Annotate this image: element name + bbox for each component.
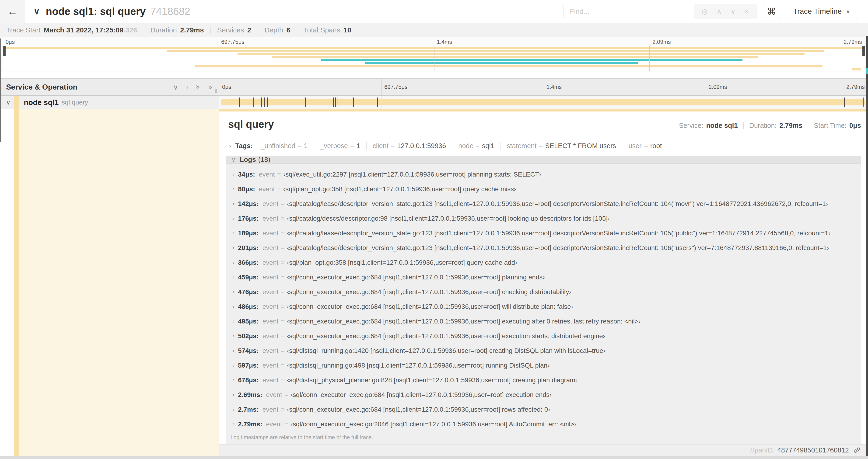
span-service-name[interactable]: node sql1 bbox=[24, 98, 59, 107]
span-collapse-icon[interactable]: ∨ bbox=[6, 99, 10, 106]
log-row[interactable]: ›502μs:event=‹sql/conn_executor_exec.go:… bbox=[229, 329, 861, 343]
expand-all-icon[interactable]: » bbox=[208, 83, 212, 91]
span-row-label[interactable]: ∨ node sql1 sql query bbox=[0, 96, 219, 109]
tag-item[interactable]: node=sql1 bbox=[452, 142, 500, 150]
chevron-right-icon: › bbox=[229, 143, 231, 149]
minimap-span[interactable] bbox=[195, 65, 823, 67]
log-row[interactable]: ›142μs:event=‹sql/catalog/lease/descript… bbox=[229, 196, 861, 211]
log-timestamp: 176μs: bbox=[238, 215, 259, 222]
log-row[interactable]: ›574μs:event=‹sql/distsql_running.go:142… bbox=[229, 343, 861, 358]
summary-label: Services bbox=[217, 26, 244, 34]
minimap-span[interactable] bbox=[365, 62, 638, 64]
logs-header[interactable]: ∨ Logs (18) bbox=[226, 156, 861, 164]
tag-item[interactable]: _verbose=1 bbox=[314, 142, 366, 150]
right-scrollbar[interactable] bbox=[866, 36, 868, 456]
log-row[interactable]: ›495μs:event=‹sql/conn_executor_exec.go:… bbox=[229, 314, 861, 329]
equals-sign: = bbox=[298, 142, 302, 150]
timeline-ruler: 0μs697.75μs1.4ms2.09ms2.79ms bbox=[219, 78, 868, 95]
separator bbox=[808, 123, 808, 129]
log-field-key: event bbox=[262, 406, 279, 413]
view-selector-button[interactable]: Trace Timeline ∨ bbox=[786, 4, 857, 19]
tag-key: user bbox=[628, 142, 642, 150]
summary-value: March 31 2022, 17:25:09 bbox=[43, 26, 123, 34]
log-row[interactable]: ›2.69ms:event=‹sql/conn_executor_exec.go… bbox=[229, 387, 861, 402]
summary-value-suffix: .326 bbox=[123, 26, 137, 34]
column-resizer-icon[interactable]: ‖ bbox=[215, 88, 217, 94]
axis-label: 697.75μs bbox=[221, 39, 244, 45]
log-tick bbox=[327, 97, 328, 107]
chevron-right-icon: › bbox=[229, 377, 238, 383]
log-field-key: event bbox=[262, 230, 279, 237]
minimap-span[interactable] bbox=[238, 53, 804, 55]
log-row[interactable]: ›597μs:event=‹sql/distsql_running.go:498… bbox=[229, 358, 861, 373]
minimap-right-scrubber[interactable] bbox=[862, 46, 865, 56]
tags-row[interactable]: › Tags: _unfinished=1_verbose=1client=12… bbox=[219, 137, 866, 150]
minimap-span[interactable] bbox=[167, 50, 824, 52]
log-tick bbox=[331, 97, 331, 107]
clear-find-icon[interactable]: × bbox=[745, 7, 749, 15]
log-row[interactable]: ›189μs:event=‹sql/catalog/lease/descript… bbox=[229, 226, 861, 240]
back-button[interactable]: ← bbox=[0, 0, 25, 23]
tag-key: statement bbox=[507, 142, 536, 150]
trace-collapse-icon[interactable]: ∨ bbox=[34, 6, 40, 16]
log-row[interactable]: ›366μs:event=‹sql/plan_opt.go:358 [nsql1… bbox=[229, 255, 861, 270]
prev-match-icon[interactable]: ∧ bbox=[717, 7, 722, 15]
log-tick bbox=[265, 97, 265, 107]
log-row[interactable]: ›459μs:event=‹sql/conn_executor_exec.go:… bbox=[229, 270, 861, 285]
log-timestamp: 495μs: bbox=[238, 318, 259, 325]
log-row[interactable]: ›2.79ms:event=‹sql/conn_executor_exec.go… bbox=[229, 417, 861, 431]
minimap-span[interactable] bbox=[852, 68, 862, 70]
gridline bbox=[706, 96, 706, 109]
log-field-key: event bbox=[262, 318, 279, 325]
gridline bbox=[544, 96, 544, 109]
span-detail-row: sql query Service: node sql1 Duration: 2… bbox=[0, 109, 868, 456]
log-row[interactable]: ›34μs:event=‹sql/exec_util.go:2297 [nsql… bbox=[229, 167, 861, 182]
log-timestamp: 2.69ms: bbox=[238, 391, 262, 399]
tag-value: SELECT * FROM users bbox=[545, 142, 616, 150]
minimap-span[interactable] bbox=[272, 56, 758, 58]
detail-span-strip bbox=[219, 109, 866, 111]
log-field-key: event bbox=[262, 215, 279, 222]
keyboard-shortcuts-button[interactable]: ⌘ bbox=[763, 4, 780, 19]
gridline bbox=[706, 78, 706, 95]
equals-sign: = bbox=[284, 391, 288, 399]
summary-value: 6 bbox=[286, 26, 290, 34]
log-row[interactable]: ›176μs:event=‹sql/catalog/descs/descript… bbox=[229, 211, 861, 226]
expand-one-icon[interactable]: › bbox=[186, 83, 189, 91]
log-row[interactable]: ›486μs:event=‹sql/conn_executor_exec.go:… bbox=[229, 299, 861, 314]
tag-item[interactable]: _unfinished=1 bbox=[254, 142, 314, 150]
start-time-label: Start Time: bbox=[814, 122, 846, 129]
span-duration-bar[interactable] bbox=[221, 99, 865, 105]
axis-label: 2.79ms bbox=[846, 84, 865, 90]
axis-label: 2.09ms bbox=[709, 84, 727, 90]
trace-minimap: 0μs697.75μs1.4ms2.09ms2.79ms bbox=[0, 37, 868, 72]
log-timestamp: 189μs: bbox=[238, 230, 259, 237]
axis-label: 697.75μs bbox=[384, 84, 407, 90]
tag-item[interactable]: user=root bbox=[622, 142, 668, 150]
minimap-span[interactable] bbox=[321, 59, 742, 61]
next-match-icon[interactable]: ∨ bbox=[731, 7, 736, 15]
log-row[interactable]: ›201μs:event=‹sql/catalog/lease/descript… bbox=[229, 240, 861, 255]
link-icon[interactable] bbox=[853, 446, 861, 454]
chevron-down-icon: ∨ bbox=[846, 8, 850, 15]
log-row[interactable]: ›476μs:event=‹sql/conn_executor_exec.go:… bbox=[229, 285, 861, 299]
tag-item[interactable]: statement=SELECT * FROM users bbox=[500, 142, 622, 150]
find-input[interactable] bbox=[563, 4, 694, 19]
collapse-one-icon[interactable]: ∨ bbox=[173, 83, 178, 91]
log-tick bbox=[253, 97, 254, 107]
log-field-value: ‹sql/plan_opt.go:358 [nsql1,client=127.0… bbox=[287, 259, 517, 266]
log-row[interactable]: ›80μs:event=‹sql/plan_opt.go:358 [nsql1,… bbox=[229, 182, 861, 196]
span-operation-name: sql query bbox=[62, 99, 88, 106]
tag-item[interactable]: client=127.0.0.1:59936 bbox=[366, 142, 452, 150]
equals-sign: = bbox=[281, 376, 284, 384]
minimap-plot[interactable] bbox=[3, 46, 865, 71]
log-row[interactable]: ›678μs:event=‹sql/distsql_physical_plann… bbox=[229, 373, 861, 387]
collapse-all-icon[interactable]: » bbox=[194, 85, 202, 89]
locate-icon[interactable]: ◎ bbox=[702, 7, 708, 15]
span-id-value: 4877749850101760812 bbox=[777, 447, 849, 454]
equals-sign: = bbox=[281, 303, 284, 310]
minimap-left-scrubber[interactable] bbox=[3, 46, 6, 56]
span-row[interactable]: ∨ node sql1 sql query bbox=[0, 96, 868, 109]
log-row[interactable]: ›2.7ms:event=‹sql/conn_executor_exec.go:… bbox=[229, 402, 861, 417]
log-tick bbox=[842, 97, 842, 107]
